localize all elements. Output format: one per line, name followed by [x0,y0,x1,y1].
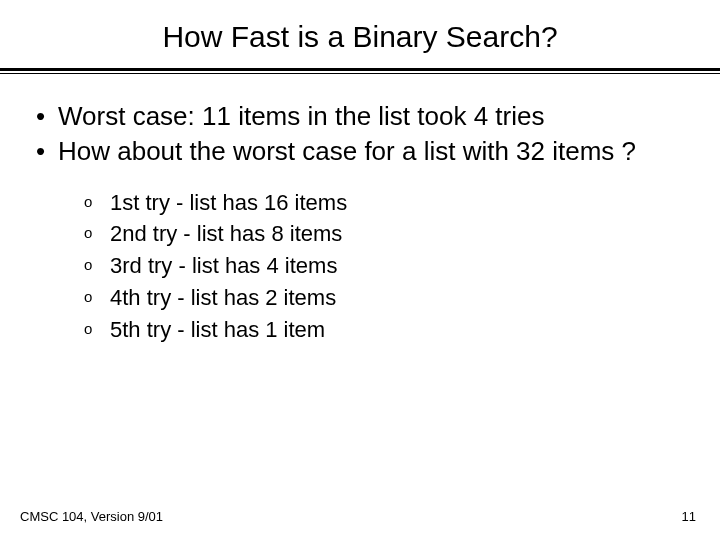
slide-content: Worst case: 11 items in the list took 4 … [0,74,720,346]
slide-footer: CMSC 104, Version 9/01 11 [0,509,720,524]
sub-bullet-item: 3rd try - list has 4 items [84,250,684,282]
sub-bullet-item: 5th try - list has 1 item [84,314,684,346]
bullet-item: How about the worst case for a list with… [36,135,684,168]
sub-bullet-item: 4th try - list has 2 items [84,282,684,314]
sub-bullet-item: 2nd try - list has 8 items [84,218,684,250]
main-bullet-list: Worst case: 11 items in the list took 4 … [36,100,684,169]
footer-page-number: 11 [682,509,696,524]
slide-title: How Fast is a Binary Search? [0,0,720,68]
sub-bullet-item: 1st try - list has 16 items [84,187,684,219]
sub-bullet-list: 1st try - list has 16 items 2nd try - li… [84,187,684,346]
footer-course-info: CMSC 104, Version 9/01 [20,509,163,524]
bullet-item: Worst case: 11 items in the list took 4 … [36,100,684,133]
